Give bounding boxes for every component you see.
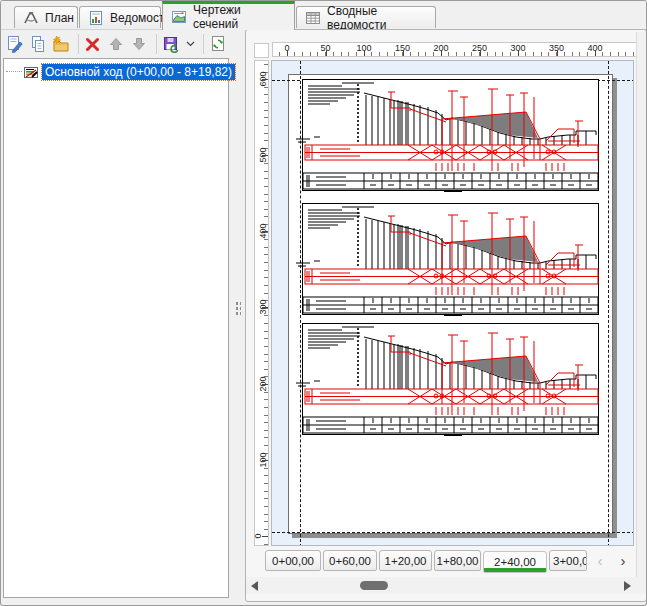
tab-label: План <box>45 11 74 25</box>
scrollbar-thumb[interactable] <box>360 581 388 590</box>
section-drawing-icon <box>171 9 187 25</box>
tree-item-label: Основной ход (0+00,00 - 8+19,82) <box>42 64 235 80</box>
move-up-button[interactable] <box>105 31 126 57</box>
drawing-toolbar <box>1 29 231 58</box>
tree-item-main-route[interactable]: Основной ход (0+00,00 - 8+19,82) <box>6 63 235 81</box>
scroll-left-arrow-icon[interactable] <box>251 581 258 591</box>
report-chart-icon <box>88 10 104 26</box>
tab-plan[interactable]: План <box>14 6 78 28</box>
picket-tab-active[interactable]: 2+40,00 <box>483 551 547 573</box>
vertical-scrollbar[interactable] <box>636 32 647 592</box>
tree-branch-line <box>6 71 22 73</box>
horizontal-scrollbar[interactable] <box>246 577 646 594</box>
delete-button[interactable] <box>82 31 103 57</box>
drawing-preview-panel: 050100150200250300350400 010020030040050… <box>245 29 647 602</box>
save-dropdown-button[interactable] <box>184 31 197 57</box>
picket-tab-label: 2+40,00 <box>494 556 536 568</box>
picket-tab[interactable]: 0+60,00 <box>323 550 377 571</box>
picket-tab-label: 1+80,00 <box>437 555 479 567</box>
section-set-icon <box>23 64 39 80</box>
new-folder-icon <box>52 35 70 53</box>
drawing-canvas[interactable] <box>271 60 634 546</box>
arrow-down-icon <box>130 35 148 53</box>
picket-tab[interactable]: 1+80,00 <box>434 550 481 571</box>
picket-tab-label: 0+00,00 <box>272 555 314 567</box>
toolbar-separator <box>203 34 204 54</box>
sheet-pencil-icon <box>6 35 24 53</box>
summary-table-icon <box>305 10 321 26</box>
panel-splitter[interactable] <box>231 29 245 602</box>
top-tab-bar: План Ведомости Чертежи сечений Сводные в… <box>1 1 646 30</box>
copy-button[interactable] <box>27 31 48 57</box>
drawings-tree: Основной ход (0+00,00 - 8+19,82) <box>3 58 229 598</box>
move-down-button[interactable] <box>129 31 150 57</box>
toolbar-separator <box>156 34 157 54</box>
floppy-save-icon <box>162 35 180 53</box>
tab-scroll-right-icon[interactable]: › <box>616 552 630 570</box>
ruler-corner <box>254 43 269 58</box>
new-folder-button[interactable] <box>50 31 71 57</box>
print-margin-right <box>608 61 609 546</box>
tab-summary-vedomosti[interactable]: Сводные ведомости <box>296 6 436 28</box>
sheet-refresh-icon <box>209 35 227 53</box>
edit-drawing-button[interactable] <box>4 31 25 57</box>
tab-label: Сводные ведомости <box>327 4 427 32</box>
picket-tab-label: 0+60,00 <box>329 555 371 567</box>
red-x-icon <box>84 35 102 53</box>
tab-vedomosti[interactable]: Ведомости <box>79 6 161 28</box>
plan-compass-icon <box>23 10 39 26</box>
ruler-horizontal: 050100150200250300350400 <box>272 42 638 57</box>
save-button[interactable] <box>161 31 182 57</box>
copy-sheets-icon <box>29 35 47 53</box>
ruler-vertical: 0100200300400500600 <box>254 60 269 546</box>
tab-scroll-left-icon[interactable]: ‹ <box>593 552 607 570</box>
picket-tab-label: 1+20,00 <box>385 555 427 567</box>
picket-tab[interactable]: 1+20,00 <box>379 550 432 571</box>
print-margin-bottom <box>272 532 634 533</box>
application-window: План Ведомости Чертежи сечений Сводные в… <box>0 0 647 606</box>
tab-section-drawings[interactable]: Чертежи сечений <box>162 1 295 30</box>
arrow-up-icon <box>107 35 125 53</box>
picket-tab[interactable]: 3+00,00 <box>549 550 587 571</box>
refresh-drawing-button[interactable] <box>208 31 229 57</box>
picket-tab-label: 3+00,00 <box>553 555 587 567</box>
picket-tab-strip: 0+00,00 0+60,00 1+20,00 1+80,00 2+40,00 … <box>246 549 646 577</box>
chevron-down-icon <box>186 41 195 47</box>
tab-label: Чертежи сечений <box>193 3 286 31</box>
picket-tab[interactable]: 0+00,00 <box>265 550 321 571</box>
toolbar-separator <box>78 34 79 54</box>
scroll-right-arrow-icon[interactable] <box>624 581 631 591</box>
cross-section-drawings <box>296 79 602 437</box>
splitter-grip-icon <box>235 301 241 315</box>
